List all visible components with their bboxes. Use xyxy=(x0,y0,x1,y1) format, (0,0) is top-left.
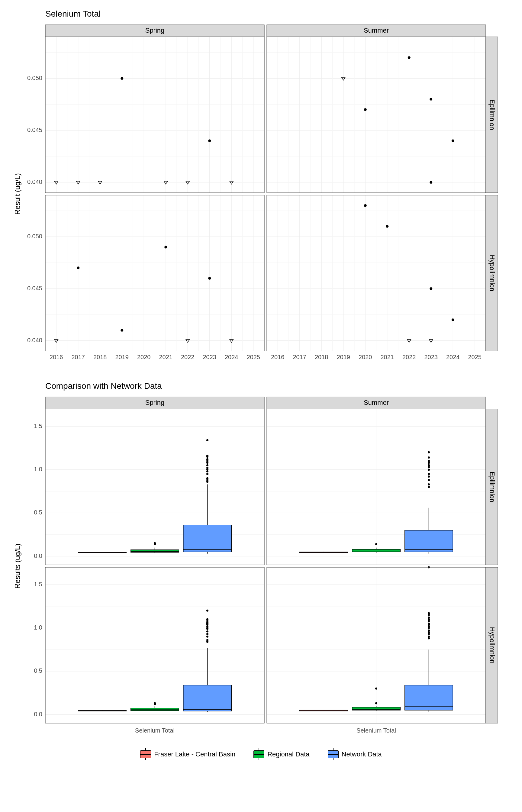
svg-text:Spring: Spring xyxy=(145,26,165,34)
chart1-scatter-facets: Result (ug/L)Spring0.0400.0450.0500.0400… xyxy=(9,22,513,369)
svg-point-278 xyxy=(428,473,430,475)
svg-text:0.5: 0.5 xyxy=(34,667,42,674)
svg-text:2018: 2018 xyxy=(93,354,107,360)
legend-item-regional: Regional Data xyxy=(254,750,309,758)
svg-point-225 xyxy=(154,702,156,705)
svg-text:2022: 2022 xyxy=(181,354,195,360)
svg-point-143 xyxy=(364,204,367,207)
svg-text:0.045: 0.045 xyxy=(27,285,42,291)
svg-point-110 xyxy=(364,108,367,111)
svg-rect-302 xyxy=(352,707,401,710)
legend: Fraser Lake - Central Basin Regional Dat… xyxy=(9,750,513,758)
svg-text:1.0: 1.0 xyxy=(34,624,42,631)
svg-text:2016: 2016 xyxy=(49,354,63,360)
svg-point-279 xyxy=(428,469,430,471)
svg-rect-308 xyxy=(405,685,453,710)
svg-point-277 xyxy=(428,475,430,478)
svg-point-198 xyxy=(206,458,208,460)
legend-swatch-fraser xyxy=(140,750,151,758)
svg-text:0.050: 0.050 xyxy=(27,233,42,240)
svg-point-111 xyxy=(408,56,410,59)
legend-label: Regional Data xyxy=(267,750,309,758)
svg-point-144 xyxy=(386,225,388,228)
svg-text:Selenium Total: Selenium Total xyxy=(135,727,175,734)
svg-point-242 xyxy=(206,618,208,621)
svg-point-64 xyxy=(121,329,123,332)
svg-text:2018: 2018 xyxy=(315,354,328,360)
svg-text:Epilimnion: Epilimnion xyxy=(488,99,496,130)
svg-text:2019: 2019 xyxy=(115,354,129,360)
svg-point-274 xyxy=(428,486,430,488)
svg-point-285 xyxy=(428,451,430,453)
svg-point-283 xyxy=(428,460,430,462)
svg-point-114 xyxy=(451,140,454,142)
svg-point-314 xyxy=(428,630,430,632)
svg-text:Selenium Total: Selenium Total xyxy=(357,727,396,734)
svg-text:2023: 2023 xyxy=(203,354,217,360)
svg-point-305 xyxy=(375,688,377,690)
svg-point-195 xyxy=(206,464,208,466)
svg-point-231 xyxy=(206,639,208,641)
svg-text:0.040: 0.040 xyxy=(27,179,42,185)
svg-text:0.5: 0.5 xyxy=(34,509,42,516)
svg-text:0.040: 0.040 xyxy=(27,337,42,343)
svg-text:2021: 2021 xyxy=(159,354,173,360)
svg-text:Hypolimnion: Hypolimnion xyxy=(488,627,496,663)
svg-text:1.5: 1.5 xyxy=(34,423,42,429)
svg-rect-272 xyxy=(405,530,453,552)
svg-text:2022: 2022 xyxy=(402,354,416,360)
chart2-boxplot-facets: Results (ug/L)Spring0.00.51.01.50.00.51.… xyxy=(9,394,513,741)
svg-point-311 xyxy=(428,635,430,638)
svg-text:2019: 2019 xyxy=(337,354,350,360)
svg-text:2017: 2017 xyxy=(293,354,307,360)
svg-point-281 xyxy=(428,464,430,466)
svg-point-190 xyxy=(206,477,208,480)
legend-swatch-regional xyxy=(254,750,264,758)
svg-text:Result (ug/L): Result (ug/L) xyxy=(13,173,21,215)
svg-point-284 xyxy=(428,456,430,459)
svg-rect-186 xyxy=(183,525,232,552)
svg-point-318 xyxy=(428,623,430,625)
legend-label: Network Data xyxy=(342,750,382,758)
svg-point-200 xyxy=(206,455,208,457)
svg-point-269 xyxy=(375,543,377,545)
svg-text:0.050: 0.050 xyxy=(27,75,42,81)
svg-text:Summer: Summer xyxy=(364,26,389,34)
chart1-title: Selenium Total xyxy=(45,9,513,19)
svg-point-65 xyxy=(164,246,167,249)
svg-rect-180 xyxy=(131,550,179,552)
svg-rect-228 xyxy=(183,685,232,711)
svg-point-145 xyxy=(429,287,432,290)
legend-label: Fraser Lake - Central Basin xyxy=(154,750,235,758)
svg-point-275 xyxy=(428,483,430,485)
svg-point-232 xyxy=(206,635,208,638)
svg-text:2016: 2016 xyxy=(271,354,285,360)
svg-text:1.5: 1.5 xyxy=(34,581,42,588)
svg-text:0.0: 0.0 xyxy=(34,552,42,559)
svg-point-233 xyxy=(206,633,208,635)
svg-point-183 xyxy=(154,542,156,544)
svg-text:2023: 2023 xyxy=(424,354,438,360)
svg-point-234 xyxy=(206,630,208,633)
chart2-title: Comparison with Network Data xyxy=(45,381,513,391)
legend-item-network: Network Data xyxy=(328,750,382,758)
svg-text:Hypolimnion: Hypolimnion xyxy=(488,255,496,291)
svg-point-63 xyxy=(77,266,79,269)
svg-point-276 xyxy=(428,479,430,481)
svg-point-66 xyxy=(208,277,211,280)
svg-point-321 xyxy=(428,616,430,619)
svg-text:Summer: Summer xyxy=(364,399,389,406)
svg-point-31 xyxy=(208,140,211,142)
svg-text:2021: 2021 xyxy=(381,354,394,360)
svg-point-146 xyxy=(451,319,454,321)
svg-rect-267 xyxy=(352,549,401,552)
svg-text:2020: 2020 xyxy=(137,354,151,360)
legend-swatch-network xyxy=(328,750,339,758)
svg-text:2017: 2017 xyxy=(72,354,85,360)
svg-point-323 xyxy=(428,612,430,614)
svg-text:2024: 2024 xyxy=(225,354,238,360)
svg-point-113 xyxy=(429,181,432,184)
svg-text:2025: 2025 xyxy=(468,354,482,360)
svg-text:0.045: 0.045 xyxy=(27,126,42,133)
svg-text:0.0: 0.0 xyxy=(34,711,42,717)
